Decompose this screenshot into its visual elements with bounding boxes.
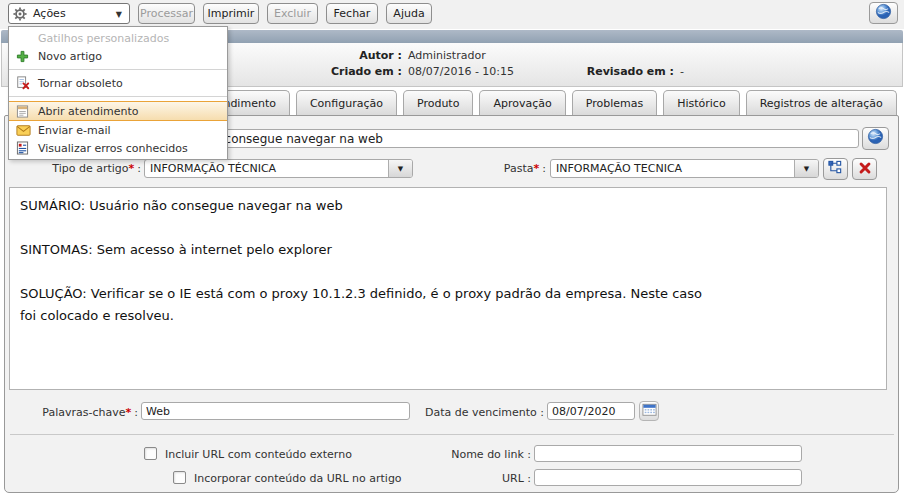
tab-aprovacao[interactable]: Aprovação bbox=[479, 90, 565, 116]
delete-button[interactable]: Excluir bbox=[267, 3, 318, 24]
tree-icon bbox=[828, 160, 843, 179]
tab-produto[interactable]: Produto bbox=[403, 90, 473, 116]
envelope-icon bbox=[16, 125, 38, 136]
url-label: URL : bbox=[395, 472, 531, 485]
article-type-select[interactable]: INFORMAÇÃO TÉCNICA ▼ bbox=[144, 159, 413, 178]
gear-icon bbox=[13, 7, 27, 21]
include-external-url-checkbox[interactable] bbox=[144, 447, 157, 460]
tab-historico[interactable]: Histórico bbox=[663, 90, 739, 116]
known-errors-icon bbox=[16, 141, 38, 155]
menu-separator bbox=[9, 69, 227, 70]
embed-url-content-label: Incorporar conteúdo da URL no artigo bbox=[194, 472, 402, 485]
menu-item-enviar-email[interactable]: Enviar e-mail bbox=[9, 121, 227, 139]
clear-folder-button[interactable] bbox=[852, 158, 877, 180]
red-x-icon bbox=[858, 160, 872, 179]
link-name-label: Nome do link : bbox=[395, 448, 531, 461]
toolbar: Ações ▼ Processar Imprimir Excluir Fecha… bbox=[0, 0, 904, 29]
globe-icon bbox=[867, 128, 884, 149]
tab-registros-de-alteracao[interactable]: Registros de alteração bbox=[746, 90, 897, 116]
author-value: Administrador bbox=[408, 49, 486, 62]
menu-item-abrir-atendimento[interactable]: Abrir atendimento bbox=[9, 101, 227, 121]
menu-item-novo-artigo[interactable]: Novo artigo bbox=[9, 47, 227, 65]
language-globe-button[interactable] bbox=[869, 2, 898, 24]
article-title-input[interactable] bbox=[144, 129, 859, 148]
tab-problemas[interactable]: Problemas bbox=[572, 90, 657, 116]
menu-separator bbox=[9, 96, 227, 97]
folder-label: Pasta*: bbox=[405, 162, 546, 175]
folder-select[interactable]: INFORMAÇÃO TECNICA ▼ bbox=[550, 159, 819, 178]
menu-item-gatilhos-personalizados: Gatilhos personalizados bbox=[9, 29, 227, 47]
article-editor-window: Ações ▼ Processar Imprimir Excluir Fecha… bbox=[0, 0, 904, 498]
help-button[interactable]: Ajuda bbox=[386, 3, 432, 24]
close-button[interactable]: Fechar bbox=[326, 3, 378, 24]
print-button[interactable]: Imprimir bbox=[203, 3, 259, 24]
translate-title-button[interactable] bbox=[862, 127, 889, 150]
link-name-input[interactable] bbox=[534, 445, 802, 462]
keywords-input[interactable] bbox=[141, 402, 410, 420]
section-divider bbox=[10, 434, 894, 435]
calendar-icon bbox=[642, 402, 657, 421]
folder-tree-button[interactable] bbox=[823, 158, 848, 180]
created-label: Criado em : bbox=[202, 65, 402, 78]
article-form-panel: Tipo de artigo*: INFORMAÇÃO TÉCNICA ▼ Pa… bbox=[4, 115, 899, 493]
revised-value: - bbox=[680, 65, 684, 78]
actions-dropdown[interactable]: Ações ▼ bbox=[8, 3, 130, 24]
revised-label: Revisado em : bbox=[502, 65, 674, 78]
keywords-label: Palavras-chave*: bbox=[5, 406, 138, 419]
calendar-button[interactable] bbox=[639, 401, 659, 421]
article-body-editor[interactable]: SUMÁRIO: Usuário não consegue navegar na… bbox=[9, 187, 887, 390]
actions-dropdown-label: Ações bbox=[33, 7, 66, 20]
article-type-label: Tipo de artigo*: bbox=[5, 162, 141, 175]
due-date-input[interactable] bbox=[547, 402, 635, 420]
actions-menu: Gatilhos personalizados Novo artigo Torn… bbox=[8, 26, 228, 160]
process-button[interactable]: Processar bbox=[138, 3, 195, 24]
url-input[interactable] bbox=[534, 469, 802, 486]
embed-url-content-checkbox[interactable] bbox=[173, 471, 186, 484]
obsolete-document-icon bbox=[16, 76, 38, 90]
chevron-down-icon: ▼ bbox=[794, 160, 818, 177]
globe-icon bbox=[875, 3, 892, 24]
due-date-label: Data de vencimento : bbox=[375, 406, 544, 419]
include-external-url-label: Incluir URL com conteúdo externo bbox=[165, 448, 352, 461]
plus-icon bbox=[16, 50, 38, 63]
tab-configuracao[interactable]: Configuração bbox=[296, 90, 397, 116]
menu-item-tornar-obsoleto[interactable]: Tornar obsoleto bbox=[9, 74, 227, 92]
menu-item-visualizar-erros[interactable]: Visualizar erros conhecidos bbox=[9, 139, 227, 157]
chevron-down-icon: ▼ bbox=[116, 10, 122, 19]
author-label: Autor : bbox=[202, 49, 402, 62]
created-value: 08/07/2016 - 10:15 bbox=[408, 65, 514, 78]
ticket-document-icon bbox=[16, 105, 38, 118]
